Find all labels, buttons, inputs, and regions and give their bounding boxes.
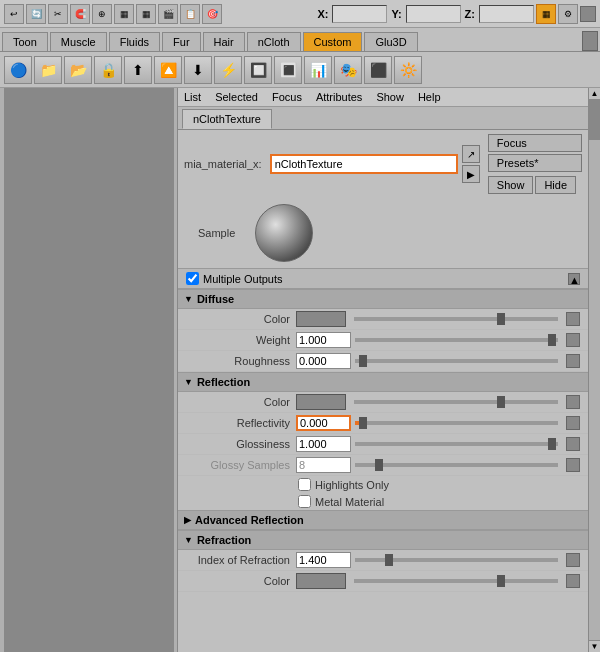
tab-ncloth[interactable]: nCloth bbox=[247, 32, 301, 51]
settings-icon[interactable] bbox=[580, 6, 596, 22]
glossiness-slider[interactable] bbox=[355, 442, 558, 446]
scrollbar[interactable]: ▲ ▼ bbox=[588, 88, 600, 652]
tab-toon[interactable]: Toon bbox=[2, 32, 48, 51]
scroll-thumb[interactable] bbox=[589, 100, 600, 140]
section-advanced-reflection-header[interactable]: ▶ Advanced Reflection bbox=[178, 510, 588, 530]
icon-btn-5[interactable]: ⬆ bbox=[124, 56, 152, 84]
diffuse-weight-input[interactable] bbox=[296, 332, 351, 348]
icon-btn-1[interactable]: 🔵 bbox=[4, 56, 32, 84]
glossy-samples-slider[interactable] bbox=[355, 463, 558, 467]
x-input[interactable] bbox=[332, 5, 387, 23]
reflection-color-slider[interactable] bbox=[354, 400, 558, 404]
scroll-up-btn[interactable]: ▲ bbox=[589, 88, 600, 100]
icon-btn-14[interactable]: 🔆 bbox=[394, 56, 422, 84]
icon-btn-11[interactable]: 📊 bbox=[304, 56, 332, 84]
y-label: Y: bbox=[391, 8, 401, 20]
multiple-outputs-row: Multiple Outputs ▲ bbox=[178, 268, 588, 289]
node-label: mia_material_x: bbox=[184, 158, 262, 170]
diffuse-roughness-slider[interactable] bbox=[355, 359, 558, 363]
presets-btn[interactable]: Presets* bbox=[488, 154, 582, 172]
toolbar-icon-6[interactable]: ▦ bbox=[114, 4, 134, 24]
collapse-icon[interactable]: ▲ bbox=[568, 273, 580, 285]
reflection-color-map-icon[interactable] bbox=[566, 395, 580, 409]
icon-btn-10[interactable]: 🔳 bbox=[274, 56, 302, 84]
tab-muscle[interactable]: Muscle bbox=[50, 32, 107, 51]
menu-options-icon[interactable] bbox=[582, 31, 598, 51]
toolbar-icon-active[interactable]: ▦ bbox=[536, 4, 556, 24]
toolbar-icon-2[interactable]: 🔄 bbox=[26, 4, 46, 24]
glossiness-map-icon[interactable] bbox=[566, 437, 580, 451]
diffuse-weight-slider[interactable] bbox=[355, 338, 558, 342]
diffuse-roughness-map-icon[interactable] bbox=[566, 354, 580, 368]
metal-material-checkbox[interactable] bbox=[298, 495, 311, 508]
show-btn[interactable]: Show bbox=[488, 176, 534, 194]
refraction-color-map-icon[interactable] bbox=[566, 574, 580, 588]
toolbar-icon-5[interactable]: ⊕ bbox=[92, 4, 112, 24]
toolbar-icon-7[interactable]: ▦ bbox=[136, 4, 156, 24]
z-input[interactable] bbox=[479, 5, 534, 23]
refraction-color-label: Color bbox=[186, 575, 296, 587]
diffuse-weight-map-icon[interactable] bbox=[566, 333, 580, 347]
diffuse-color-swatch[interactable] bbox=[296, 311, 346, 327]
focus-btn[interactable]: Focus bbox=[488, 134, 582, 152]
tab-fluids[interactable]: Fluids bbox=[109, 32, 160, 51]
x-label: X: bbox=[317, 8, 328, 20]
toolbar-icon-3[interactable]: ✂ bbox=[48, 4, 68, 24]
toolbar-icon-4[interactable]: 🧲 bbox=[70, 4, 90, 24]
scroll-down-btn[interactable]: ▼ bbox=[589, 640, 600, 652]
toolbar-icon-10[interactable]: 🎯 bbox=[202, 4, 222, 24]
icon-btn-8[interactable]: ⚡ bbox=[214, 56, 242, 84]
reflectivity-slider[interactable] bbox=[355, 421, 558, 425]
map-btn[interactable]: ↗ bbox=[462, 145, 480, 163]
hide-btn[interactable]: Hide bbox=[535, 176, 576, 194]
diffuse-color-map-icon[interactable] bbox=[566, 312, 580, 326]
toolbar-icon-8[interactable]: 🎬 bbox=[158, 4, 178, 24]
menu-selected[interactable]: Selected bbox=[213, 90, 260, 104]
toolbar-icon-1[interactable]: ↩ bbox=[4, 4, 24, 24]
section-diffuse-header[interactable]: ▼ Diffuse bbox=[178, 289, 588, 309]
node-input[interactable] bbox=[270, 154, 458, 174]
icon-btn-7[interactable]: ⬇ bbox=[184, 56, 212, 84]
reflectivity-input[interactable] bbox=[296, 415, 351, 431]
tab-fur[interactable]: Fur bbox=[162, 32, 201, 51]
glossy-samples-input[interactable] bbox=[296, 457, 351, 473]
menu-attributes[interactable]: Attributes bbox=[314, 90, 364, 104]
reflectivity-map-icon[interactable] bbox=[566, 416, 580, 430]
refraction-color-slider[interactable] bbox=[354, 579, 558, 583]
icon-btn-13[interactable]: ⬛ bbox=[364, 56, 392, 84]
menu-list[interactable]: List bbox=[182, 90, 203, 104]
ior-map-icon[interactable] bbox=[566, 553, 580, 567]
diffuse-roughness-thumb bbox=[359, 355, 367, 367]
y-input[interactable] bbox=[406, 5, 461, 23]
ior-input[interactable] bbox=[296, 552, 351, 568]
reflection-color-swatch[interactable] bbox=[296, 394, 346, 410]
tab-hair[interactable]: Hair bbox=[203, 32, 245, 51]
attr-menu-bar: List Selected Focus Attributes Show Help bbox=[178, 88, 588, 107]
clear-btn[interactable]: ▶ bbox=[462, 165, 480, 183]
section-reflection-header[interactable]: ▼ Reflection bbox=[178, 372, 588, 392]
attr-tab-strip: nClothTexture bbox=[178, 107, 588, 130]
menu-focus[interactable]: Focus bbox=[270, 90, 304, 104]
icon-btn-6[interactable]: 🔼 bbox=[154, 56, 182, 84]
icon-btn-12[interactable]: 🎭 bbox=[334, 56, 362, 84]
refraction-color-swatch[interactable] bbox=[296, 573, 346, 589]
diffuse-color-slider[interactable] bbox=[354, 317, 558, 321]
toolbar-icon-9[interactable]: 📋 bbox=[180, 4, 200, 24]
menu-help[interactable]: Help bbox=[416, 90, 443, 104]
tab-glu3d[interactable]: Glu3D bbox=[364, 32, 417, 51]
glossiness-input[interactable] bbox=[296, 436, 351, 452]
icon-btn-9[interactable]: 🔲 bbox=[244, 56, 272, 84]
icon-btn-3[interactable]: 📂 bbox=[64, 56, 92, 84]
attr-tab-nclothtexture[interactable]: nClothTexture bbox=[182, 109, 272, 129]
toolbar-icon-last[interactable]: ⚙ bbox=[558, 4, 578, 24]
glossy-samples-map-icon[interactable] bbox=[566, 458, 580, 472]
diffuse-roughness-input[interactable] bbox=[296, 353, 351, 369]
menu-show[interactable]: Show bbox=[374, 90, 406, 104]
icon-btn-4[interactable]: 🔒 bbox=[94, 56, 122, 84]
tab-custom[interactable]: Custom bbox=[303, 32, 363, 51]
icon-btn-2[interactable]: 📁 bbox=[34, 56, 62, 84]
section-refraction-header[interactable]: ▼ Refraction bbox=[178, 530, 588, 550]
highlights-only-checkbox[interactable] bbox=[298, 478, 311, 491]
ior-slider[interactable] bbox=[355, 558, 558, 562]
multiple-outputs-checkbox[interactable] bbox=[186, 272, 199, 285]
